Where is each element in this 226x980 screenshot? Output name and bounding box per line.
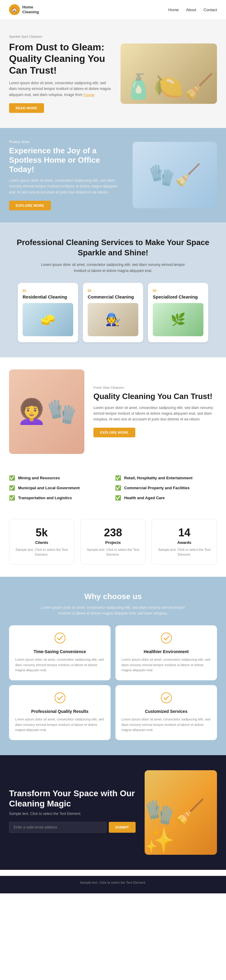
footer-cta-image: 🧤🧹✨ <box>145 770 217 855</box>
stat-desc-projects[interactable]: Sample text. Click to select the Text El… <box>85 547 141 557</box>
stats-section: 5k Clients Sample text. Click to select … <box>0 510 226 577</box>
nav-contact[interactable]: Contact <box>204 8 217 12</box>
tag-label-2: Municipal and Local Government <box>18 485 79 490</box>
trust-section: 👩‍🦱🧤 Fresh Start Cleaners Quality Cleani… <box>0 357 226 466</box>
navigation: 🏠 Home Cleaning Home About Contact <box>0 0 226 20</box>
tag-label-3: Commercial Property and Facilities <box>124 485 190 490</box>
nav-links: Home About Contact <box>168 8 217 12</box>
hero-link[interactable]: Freepik <box>84 93 95 97</box>
why-title: Why choose us <box>9 592 217 601</box>
stat-desc-awards[interactable]: Sample text. Click to select the Text El… <box>157 547 212 557</box>
tag-item-4: ✅ Transportation and Logistics <box>9 495 111 501</box>
stat-num-clients: 5k <box>14 527 69 539</box>
stat-card-awards: 14 Awards Sample text. Click to select t… <box>152 519 217 565</box>
hero-subtitle: Sparkle Spot Cleaners <box>9 35 114 38</box>
service-card-commercial[interactable]: 02 Commercial Cleaning 🧑‍🔧 <box>83 283 143 342</box>
nav-home[interactable]: Home <box>168 8 179 12</box>
tag-item-5: ✅ Health and Aged Care <box>115 495 217 501</box>
stat-label-clients: Clients <box>14 540 69 545</box>
submit-button[interactable]: SUBMIT <box>109 822 136 833</box>
services-section: Professional Cleaning Services to Make Y… <box>0 223 226 357</box>
spotless-title: Experience the Joy of a Spotless Home or… <box>9 146 123 175</box>
why-card-title-0: Time-Saving Convenience <box>15 649 104 654</box>
stat-label-awards: Awards <box>157 540 212 545</box>
why-card-desc-1: Lorem ipsum dolor sit amet, consectetur … <box>122 657 211 673</box>
stat-card-projects: 238 Projects Sample text. Click to selec… <box>81 519 146 565</box>
logo-text: Home Cleaning <box>22 5 39 14</box>
tag-label-0: Mining and Resources <box>18 476 60 480</box>
footer-cta-title: Transform Your Space with Our Cleaning M… <box>9 788 136 808</box>
stat-num-projects: 238 <box>85 527 141 539</box>
why-card-title-2: Professional Quality Results <box>15 709 104 714</box>
why-card-desc-0: Lorem ipsum dolor sit amet, consectetur … <box>15 657 104 673</box>
why-card-icon-1 <box>122 633 211 646</box>
service-num-2: 02 <box>88 289 138 293</box>
trust-title: Quality Cleaning You Can Trust! <box>93 392 217 401</box>
trust-image: 👩‍🦱🧤 <box>9 369 84 454</box>
svg-point-2 <box>55 693 65 703</box>
logo: 🏠 Home Cleaning <box>9 4 39 15</box>
trust-subtitle: Fresh Start Cleaners <box>93 386 217 389</box>
email-input[interactable] <box>9 822 106 833</box>
check-icon-2: ✅ <box>9 485 15 491</box>
service-image-commercial: 🧑‍🔧 <box>88 303 138 336</box>
check-icon-5: ✅ <box>115 495 121 501</box>
why-card-3: Customized Services Lorem ipsum dolor si… <box>115 685 217 740</box>
why-card-title-1: Healthier Environment <box>122 649 211 654</box>
check-icon-0: ✅ <box>9 475 15 481</box>
tag-item-0: ✅ Mining and Resources <box>9 475 111 481</box>
tag-label-4: Transportation and Logistics <box>18 496 72 500</box>
hero-image: 🧴🍋🧹 <box>120 43 217 104</box>
why-card-icon-2 <box>15 692 104 705</box>
why-card-1: Healthier Environment Lorem ipsum dolor … <box>115 625 217 680</box>
footer-cta-text: Transform Your Space with Our Cleaning M… <box>9 788 136 836</box>
stat-desc-clients[interactable]: Sample text. Click to select the Text El… <box>14 547 69 557</box>
spotless-explore-button[interactable]: EXPLORE MORE <box>9 201 51 210</box>
services-description: Lorem ipsum dolor sit amet, consectetur … <box>38 262 188 274</box>
why-description: Lorem ipsum dolor sit amet, consectetur … <box>38 605 188 616</box>
tag-label-1: Retail, Hospitality and Entertainment <box>124 476 193 480</box>
spotless-image: 🧤🧹 <box>133 142 217 208</box>
tags-grid: ✅ Mining and Resources ✅ Retail, Hospita… <box>9 475 217 501</box>
tags-section: ✅ Mining and Resources ✅ Retail, Hospita… <box>0 466 226 510</box>
hero-read-more-button[interactable]: READ MORE <box>9 103 44 113</box>
service-card-residential[interactable]: 01 Residential Cleaning 🧽 <box>18 283 78 342</box>
why-section: Why choose us Lorem ipsum dolor sit amet… <box>0 577 226 755</box>
footer-cta-section: Transform Your Space with Our Cleaning M… <box>0 755 226 870</box>
trust-explore-button[interactable]: EXPLORE MORE <box>93 428 135 438</box>
stat-label-projects: Projects <box>85 540 141 545</box>
service-name-2: Commercial Cleaning <box>88 294 138 299</box>
why-card-desc-3: Lorem ipsum dolor sit amet, consectetur … <box>122 717 211 733</box>
tag-item-2: ✅ Municipal and Local Government <box>9 485 111 491</box>
stat-card-clients: 5k Clients Sample text. Click to select … <box>9 519 74 565</box>
trust-text: Fresh Start Cleaners Quality Cleaning Yo… <box>93 386 217 438</box>
service-image-specialized: 🌿 <box>153 303 204 336</box>
why-grid: Time-Saving Convenience Lorem ipsum dolo… <box>9 625 217 740</box>
spotless-subtitle: Pristine Shine <box>9 140 123 144</box>
check-icon-1: ✅ <box>115 475 121 481</box>
service-name-1: Residential Cleaning <box>23 294 73 299</box>
tag-item-3: ✅ Commercial Property and Facilities <box>115 485 217 491</box>
trust-description: Lorem ipsum dolor sit amet, consectetur … <box>93 405 217 423</box>
spotless-section: Pristine Shine Experience the Joy of a S… <box>0 128 226 223</box>
why-card-desc-2: Lorem ipsum dolor sit amet, consectetur … <box>15 717 104 733</box>
nav-about[interactable]: About <box>186 8 196 12</box>
why-card-icon-0 <box>15 633 104 646</box>
logo-icon: 🏠 <box>9 4 20 15</box>
svg-point-1 <box>161 633 171 643</box>
service-card-specialized[interactable]: 03 Specialized Cleaning 🌿 <box>148 283 208 342</box>
services-title: Professional Cleaning Services to Make Y… <box>9 237 217 258</box>
check-icon-4: ✅ <box>9 495 15 501</box>
why-card-title-3: Customized Services <box>122 709 211 714</box>
why-card-2: Professional Quality Results Lorem ipsum… <box>9 685 111 740</box>
hero-text: Sparkle Spot Cleaners From Dust to Gleam… <box>9 35 114 113</box>
why-card-icon-3 <box>122 692 211 705</box>
check-icon-3: ✅ <box>115 485 121 491</box>
footer-cta-subtitle: Sample text. Click to select the Text El… <box>9 811 136 816</box>
hero-section: Sparkle Spot Cleaners From Dust to Gleam… <box>0 20 226 128</box>
service-num-3: 03 <box>153 289 204 293</box>
services-grid: 01 Residential Cleaning 🧽 02 Commercial … <box>9 283 217 342</box>
hero-image-inner: 🧴🍋🧹 <box>120 43 217 104</box>
spotless-text: Pristine Shine Experience the Joy of a S… <box>9 140 123 210</box>
hero-description: Lorem ipsum dolor sit amet, consectetur … <box>9 80 114 98</box>
